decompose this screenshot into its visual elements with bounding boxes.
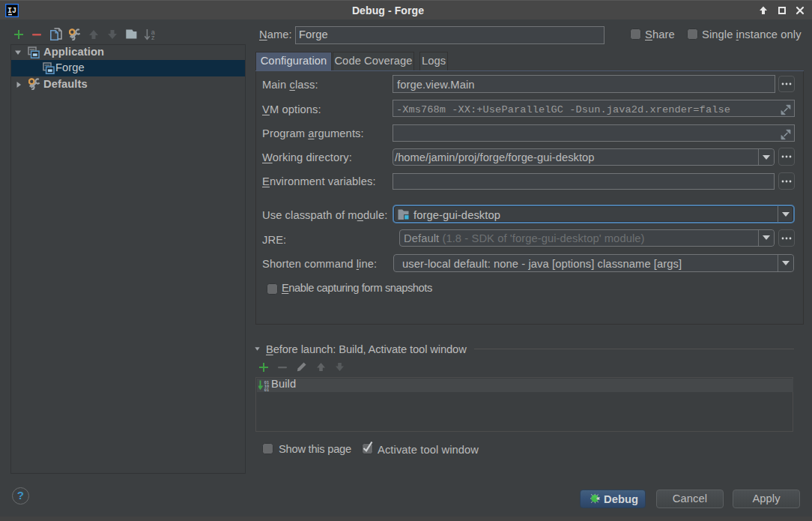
svg-text:z: z <box>151 34 155 41</box>
svg-text:01: 01 <box>264 388 269 392</box>
